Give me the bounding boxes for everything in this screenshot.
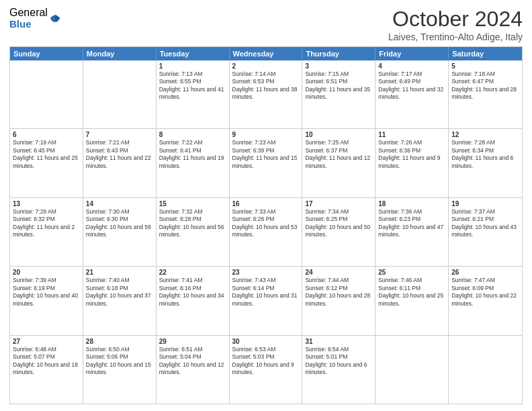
day-info: Sunrise: 7:23 AM Sunset: 6:39 PM Dayligh… xyxy=(232,139,300,170)
header-saturday: Saturday xyxy=(449,47,522,60)
day-info: Sunrise: 7:44 AM Sunset: 6:12 PM Dayligh… xyxy=(305,277,372,308)
day-info: Sunrise: 7:21 AM Sunset: 6:43 PM Dayligh… xyxy=(86,139,153,170)
calendar-cell: 21Sunrise: 7:40 AM Sunset: 6:18 PM Dayli… xyxy=(83,267,157,334)
calendar-cell: 9Sunrise: 7:23 AM Sunset: 6:39 PM Daylig… xyxy=(230,129,303,197)
day-number: 12 xyxy=(451,131,519,138)
day-info: Sunrise: 7:26 AM Sunset: 6:36 PM Dayligh… xyxy=(378,139,445,170)
calendar-cell: 5Sunrise: 7:18 AM Sunset: 6:47 PM Daylig… xyxy=(449,60,522,128)
calendar-week-4: 20Sunrise: 7:39 AM Sunset: 6:19 PM Dayli… xyxy=(10,266,522,334)
day-number: 15 xyxy=(159,200,226,208)
calendar-cell: 22Sunrise: 7:41 AM Sunset: 6:16 PM Dayli… xyxy=(157,267,230,334)
calendar-cell xyxy=(83,60,157,128)
logo-blue: Blue xyxy=(9,19,48,30)
calendar-week-1: 1Sunrise: 7:13 AM Sunset: 6:55 PM Daylig… xyxy=(10,60,522,128)
day-info: Sunrise: 7:34 AM Sunset: 6:25 PM Dayligh… xyxy=(305,208,372,239)
calendar-cell: 17Sunrise: 7:34 AM Sunset: 6:25 PM Dayli… xyxy=(302,198,375,266)
day-number: 21 xyxy=(86,269,153,276)
calendar-week-5: 27Sunrise: 6:48 AM Sunset: 5:07 PM Dayli… xyxy=(10,335,522,404)
calendar-cell: 20Sunrise: 7:39 AM Sunset: 6:19 PM Dayli… xyxy=(10,267,83,334)
calendar-cell: 1Sunrise: 7:13 AM Sunset: 6:55 PM Daylig… xyxy=(157,60,230,128)
calendar-cell xyxy=(10,60,83,128)
calendar-header: Sunday Monday Tuesday Wednesday Thursday… xyxy=(10,47,522,60)
day-number: 29 xyxy=(159,338,226,345)
calendar-cell: 28Sunrise: 6:50 AM Sunset: 5:06 PM Dayli… xyxy=(83,336,157,404)
day-number: 13 xyxy=(13,200,80,208)
day-info: Sunrise: 7:46 AM Sunset: 6:11 PM Dayligh… xyxy=(378,277,445,308)
calendar-week-2: 6Sunrise: 7:19 AM Sunset: 6:45 PM Daylig… xyxy=(10,128,522,197)
logo-icon xyxy=(49,12,61,24)
day-info: Sunrise: 7:39 AM Sunset: 6:19 PM Dayligh… xyxy=(13,277,80,308)
header-tuesday: Tuesday xyxy=(157,47,230,60)
calendar-cell: 6Sunrise: 7:19 AM Sunset: 6:45 PM Daylig… xyxy=(10,129,83,197)
day-number: 17 xyxy=(305,200,372,208)
calendar-cell: 19Sunrise: 7:37 AM Sunset: 6:21 PM Dayli… xyxy=(449,198,522,266)
day-number: 19 xyxy=(451,200,519,208)
calendar-cell: 3Sunrise: 7:15 AM Sunset: 6:51 PM Daylig… xyxy=(302,60,375,128)
calendar-cell xyxy=(375,336,449,404)
day-number: 27 xyxy=(13,338,80,345)
calendar-cell xyxy=(449,336,522,404)
day-number: 25 xyxy=(378,269,445,276)
calendar-cell: 14Sunrise: 7:30 AM Sunset: 6:30 PM Dayli… xyxy=(83,198,157,266)
day-info: Sunrise: 7:40 AM Sunset: 6:18 PM Dayligh… xyxy=(86,277,153,308)
day-number: 3 xyxy=(305,62,372,70)
day-info: Sunrise: 7:25 AM Sunset: 6:37 PM Dayligh… xyxy=(305,139,372,170)
day-info: Sunrise: 6:53 AM Sunset: 5:03 PM Dayligh… xyxy=(232,346,300,377)
calendar-cell: 8Sunrise: 7:22 AM Sunset: 6:41 PM Daylig… xyxy=(157,129,230,197)
calendar-cell: 29Sunrise: 6:51 AM Sunset: 5:04 PM Dayli… xyxy=(157,336,230,404)
day-info: Sunrise: 7:30 AM Sunset: 6:30 PM Dayligh… xyxy=(86,208,153,239)
calendar-cell: 4Sunrise: 7:17 AM Sunset: 6:49 PM Daylig… xyxy=(375,60,449,128)
day-number: 1 xyxy=(159,62,226,70)
day-number: 31 xyxy=(305,338,372,345)
location: Laives, Trentino-Alto Adige, Italy xyxy=(388,32,523,42)
day-number: 9 xyxy=(232,131,300,138)
calendar-cell: 16Sunrise: 7:33 AM Sunset: 6:26 PM Dayli… xyxy=(230,198,303,266)
day-info: Sunrise: 7:17 AM Sunset: 6:49 PM Dayligh… xyxy=(378,71,445,101)
day-info: Sunrise: 7:32 AM Sunset: 6:28 PM Dayligh… xyxy=(159,208,226,239)
day-number: 24 xyxy=(305,269,372,276)
day-info: Sunrise: 7:14 AM Sunset: 6:53 PM Dayligh… xyxy=(232,71,300,101)
day-number: 7 xyxy=(86,131,153,138)
header-monday: Monday xyxy=(83,47,157,60)
day-number: 16 xyxy=(232,200,300,208)
calendar-cell: 13Sunrise: 7:29 AM Sunset: 6:32 PM Dayli… xyxy=(10,198,83,266)
calendar-cell: 2Sunrise: 7:14 AM Sunset: 6:53 PM Daylig… xyxy=(230,60,303,128)
day-info: Sunrise: 6:48 AM Sunset: 5:07 PM Dayligh… xyxy=(13,346,80,377)
calendar-cell: 27Sunrise: 6:48 AM Sunset: 5:07 PM Dayli… xyxy=(10,336,83,404)
day-info: Sunrise: 7:43 AM Sunset: 6:14 PM Dayligh… xyxy=(232,277,300,308)
calendar-cell: 15Sunrise: 7:32 AM Sunset: 6:28 PM Dayli… xyxy=(157,198,230,266)
logo: General Blue xyxy=(9,7,61,30)
calendar-cell: 23Sunrise: 7:43 AM Sunset: 6:14 PM Dayli… xyxy=(230,267,303,334)
calendar-cell: 26Sunrise: 7:47 AM Sunset: 6:09 PM Dayli… xyxy=(449,267,522,334)
calendar-cell: 7Sunrise: 7:21 AM Sunset: 6:43 PM Daylig… xyxy=(83,129,157,197)
day-info: Sunrise: 7:18 AM Sunset: 6:47 PM Dayligh… xyxy=(451,71,519,101)
calendar-cell: 31Sunrise: 6:54 AM Sunset: 5:01 PM Dayli… xyxy=(302,336,375,404)
month-title: October 2024 xyxy=(388,7,523,32)
calendar-cell: 25Sunrise: 7:46 AM Sunset: 6:11 PM Dayli… xyxy=(375,267,449,334)
day-number: 10 xyxy=(305,131,372,138)
day-number: 26 xyxy=(451,269,519,276)
calendar-body: 1Sunrise: 7:13 AM Sunset: 6:55 PM Daylig… xyxy=(10,60,522,404)
day-info: Sunrise: 7:15 AM Sunset: 6:51 PM Dayligh… xyxy=(305,71,372,101)
day-info: Sunrise: 6:50 AM Sunset: 5:06 PM Dayligh… xyxy=(86,346,153,377)
day-info: Sunrise: 7:19 AM Sunset: 6:45 PM Dayligh… xyxy=(13,139,80,170)
day-info: Sunrise: 6:54 AM Sunset: 5:01 PM Dayligh… xyxy=(305,346,372,377)
day-info: Sunrise: 7:37 AM Sunset: 6:21 PM Dayligh… xyxy=(451,208,519,239)
calendar-cell: 12Sunrise: 7:28 AM Sunset: 6:34 PM Dayli… xyxy=(449,129,522,197)
day-info: Sunrise: 7:28 AM Sunset: 6:34 PM Dayligh… xyxy=(451,139,519,170)
day-number: 30 xyxy=(232,338,300,345)
day-info: Sunrise: 7:33 AM Sunset: 6:26 PM Dayligh… xyxy=(232,208,300,239)
day-info: Sunrise: 7:41 AM Sunset: 6:16 PM Dayligh… xyxy=(159,277,226,308)
header-wednesday: Wednesday xyxy=(230,47,303,60)
day-number: 11 xyxy=(378,131,445,138)
day-info: Sunrise: 7:36 AM Sunset: 6:23 PM Dayligh… xyxy=(378,208,445,239)
logo-text: General Blue xyxy=(9,7,48,30)
day-info: Sunrise: 7:47 AM Sunset: 6:09 PM Dayligh… xyxy=(451,277,519,308)
calendar-cell: 30Sunrise: 6:53 AM Sunset: 5:03 PM Dayli… xyxy=(230,336,303,404)
calendar: Sunday Monday Tuesday Wednesday Thursday… xyxy=(9,46,523,404)
day-info: Sunrise: 6:51 AM Sunset: 5:04 PM Dayligh… xyxy=(159,346,226,377)
calendar-cell: 10Sunrise: 7:25 AM Sunset: 6:37 PM Dayli… xyxy=(302,129,375,197)
header-sunday: Sunday xyxy=(10,47,83,60)
logo-general: General xyxy=(9,7,48,19)
header: General Blue October 2024 Laives, Trenti… xyxy=(9,7,523,42)
